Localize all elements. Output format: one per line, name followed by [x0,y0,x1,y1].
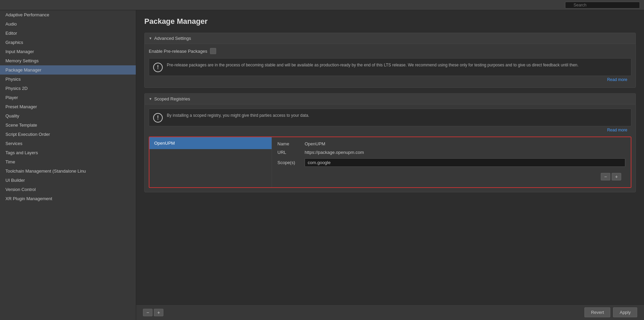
scoped-registries-header[interactable]: ▼ Scoped Registries [145,94,635,105]
sidebar-item-version-control[interactable]: Version Control [0,185,136,194]
scoped-info-text: By installing a scoped registry, you mig… [167,112,627,118]
page-title: Package Manager [144,17,636,26]
scoped-registry-container: OpenUPM Name OpenUPM URL https://package… [149,137,631,188]
sidebar: Adaptive PerformanceAudioEditorGraphicsI… [0,10,136,320]
sidebar-item-script-execution-order[interactable]: Script Execution Order [0,130,136,139]
scope-row: Scope(s) [277,158,625,167]
advanced-info-box: ! Pre-release packages are in the proces… [149,58,631,76]
url-row: URL https://package.openupm.com [277,150,625,155]
enable-prerelease-row: Enable Pre-release Packages [149,48,631,54]
sidebar-item-graphics[interactable]: Graphics [0,38,136,47]
advanced-settings-section: ▼ Advanced Settings Enable Pre-release P… [144,33,636,88]
bottom-bar: − + Revert Apply [136,304,644,320]
sidebar-item-input-manager[interactable]: Input Manager [0,47,136,56]
registry-minus-button[interactable]: − [601,173,610,180]
name-value: OpenUPM [305,141,325,146]
bottom-plus-button[interactable]: + [154,309,163,316]
sidebar-item-toolchain-management[interactable]: Toolchain Management (Standalone Linu [0,166,136,176]
registry-item-openupm[interactable]: OpenUPM [149,137,272,149]
sidebar-item-ui-builder[interactable]: UI Builder [0,176,136,185]
scoped-info-box: ! By installing a scoped registry, you m… [149,109,631,126]
sidebar-item-scene-template[interactable]: Scene Template [0,121,136,130]
revert-button[interactable]: Revert [584,307,610,317]
warning-icon: ! [153,63,163,72]
bottom-minus-button[interactable]: − [143,309,152,316]
sidebar-item-preset-manager[interactable]: Preset Manager [0,102,136,111]
advanced-settings-body: Enable Pre-release Packages ! Pre-releas… [145,44,635,87]
url-value: https://package.openupm.com [305,150,364,155]
scoped-registries-arrow: ▼ [149,97,152,101]
sidebar-item-editor[interactable]: Editor [0,29,136,38]
sidebar-item-adaptive-performance[interactable]: Adaptive Performance [0,10,136,19]
sidebar-item-quality[interactable]: Quality [0,111,136,121]
sidebar-item-physics-2d[interactable]: Physics 2D [0,84,136,93]
content-scroll: Package Manager ▼ Advanced Settings Enab… [136,10,644,304]
name-label: Name [277,141,305,146]
scoped-registries-body: ! By installing a scoped registry, you m… [145,105,635,192]
sidebar-item-player[interactable]: Player [0,93,136,102]
registry-buttons: − + [277,170,625,183]
sidebar-item-memory-settings[interactable]: Memory Settings [0,56,136,65]
registry-detail: Name OpenUPM URL https://package.openupm… [272,137,631,187]
registry-plus-button[interactable]: + [612,173,621,180]
scoped-read-more-link[interactable]: Read more [149,126,631,134]
advanced-settings-header[interactable]: ▼ Advanced Settings [145,33,635,44]
bottom-right-buttons: Revert Apply [584,307,637,317]
content-area: Package Manager ▼ Advanced Settings Enab… [136,10,644,320]
advanced-read-more-link[interactable]: Read more [149,76,631,83]
main-layout: Adaptive PerformanceAudioEditorGraphicsI… [0,10,644,320]
bottom-left-buttons: − + [143,309,163,316]
advanced-settings-title: Advanced Settings [154,36,191,41]
scope-label: Scope(s) [277,160,305,165]
search-input[interactable] [565,2,640,9]
sidebar-item-time[interactable]: Time [0,157,136,166]
enable-prerelease-checkbox[interactable] [210,48,216,54]
sidebar-item-package-manager[interactable]: Package Manager [0,65,136,75]
registry-list: OpenUPM [149,137,272,187]
enable-prerelease-label: Enable Pre-release Packages [149,49,207,54]
scoped-warning-icon: ! [153,113,163,123]
scope-input[interactable] [305,158,625,167]
scoped-registries-title: Scoped Registries [154,96,190,101]
url-label: URL [277,150,305,155]
sidebar-item-tags-and-layers[interactable]: Tags and Layers [0,148,136,157]
sidebar-item-physics[interactable]: Physics [0,75,136,84]
advanced-info-text: Pre-release packages are in the process … [167,62,627,68]
search-wrapper: 🔍 [565,2,640,9]
apply-button[interactable]: Apply [613,307,637,317]
top-bar: 🔍 [0,0,644,10]
name-row: Name OpenUPM [277,141,625,146]
sidebar-item-xr-plugin-management[interactable]: XR Plugin Management [0,194,136,203]
scoped-registries-section: ▼ Scoped Registries ! By installing a sc… [144,93,636,192]
advanced-settings-arrow: ▼ [149,36,152,40]
sidebar-item-audio[interactable]: Audio [0,19,136,29]
sidebar-item-services[interactable]: Services [0,139,136,148]
